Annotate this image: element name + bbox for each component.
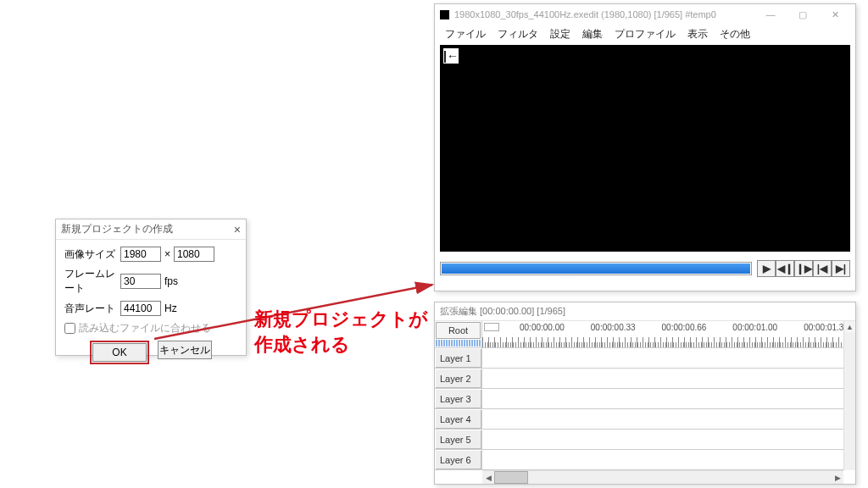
dialog-body: 画像サイズ × フレームレート fps 音声レート Hz 読み込むファイルに合わ… xyxy=(56,240,246,371)
annotation-line1: 新規プロジェクトが xyxy=(254,307,428,332)
layer-track[interactable] xyxy=(482,389,843,408)
menu-filter[interactable]: フィルタ xyxy=(492,25,543,43)
annotation-line2: 作成される xyxy=(254,332,428,358)
time-label: 00:00:01.33 xyxy=(804,323,849,332)
first-button[interactable]: |◀ xyxy=(813,260,832,277)
unit-hz: Hz xyxy=(164,302,177,314)
timeline-window: 拡張編集 [00:00:00.00] [1/965] Root 00:00:00… xyxy=(434,302,856,485)
layer-label[interactable]: Layer 2 xyxy=(435,369,482,388)
scroll-left-icon[interactable]: ◀ xyxy=(482,471,494,484)
root-button[interactable]: Root xyxy=(436,322,481,339)
menu-settings[interactable]: 設定 xyxy=(545,25,576,43)
root-header-fill xyxy=(436,340,481,347)
menu-profile[interactable]: プロファイル xyxy=(609,25,681,43)
layers-area: Layer 1 Layer 2 Layer 3 Layer 4 Layer 5 … xyxy=(435,348,843,470)
app-logo-icon xyxy=(440,10,449,19)
zoom-handle-icon[interactable] xyxy=(484,323,499,331)
new-project-dialog: 新規プロジェクトの作成 × 画像サイズ × フレームレート fps 音声レート … xyxy=(55,219,247,356)
label-image-size: 画像サイズ xyxy=(64,247,120,262)
window-close-icon[interactable]: ✕ xyxy=(820,6,850,23)
menu-other[interactable]: その他 xyxy=(715,25,755,43)
horizontal-scrollbar[interactable]: ◀ ▶ xyxy=(482,470,843,484)
timeline-header: Root 00:00:00.00 00:00:00.33 00:00:00.66… xyxy=(435,321,855,348)
label-match-file: 読み込むファイルに合わせる xyxy=(79,321,211,336)
layer-label[interactable]: Layer 5 xyxy=(435,430,482,449)
close-icon[interactable]: × xyxy=(234,223,241,236)
time-label: 00:00:00.00 xyxy=(520,323,565,332)
prev-button[interactable]: ◀❙ xyxy=(776,260,794,277)
input-height[interactable] xyxy=(174,247,214,262)
seek-slider[interactable] xyxy=(440,262,752,275)
layer-label[interactable]: Layer 6 xyxy=(435,450,482,469)
layer-label[interactable]: Layer 4 xyxy=(435,409,482,429)
menu-file[interactable]: ファイル xyxy=(440,25,491,43)
time-label: 00:00:01.00 xyxy=(732,323,777,332)
ok-highlight: OK xyxy=(90,341,149,364)
vertical-scrollbar[interactable]: ▲ xyxy=(843,321,855,470)
menu-view[interactable]: 表示 xyxy=(682,25,713,43)
ruler-labels: 00:00:00.00 00:00:00.33 00:00:00.66 00:0… xyxy=(520,323,855,332)
menubar: ファイル フィルタ 設定 編集 プロファイル 表示 その他 xyxy=(435,25,855,43)
dialog-titlebar: 新規プロジェクトの作成 × xyxy=(56,219,246,240)
input-framerate[interactable] xyxy=(120,274,161,289)
layer-track[interactable] xyxy=(482,409,843,429)
layer-track[interactable] xyxy=(482,348,843,368)
next-button[interactable]: ❙▶ xyxy=(794,260,813,277)
layer-track[interactable] xyxy=(482,369,843,388)
layer-track[interactable] xyxy=(482,450,843,469)
label-framerate: フレームレート xyxy=(64,267,120,296)
ruler-ticks-minor xyxy=(482,342,855,347)
label-audio-rate: 音声レート xyxy=(64,302,120,316)
minimize-icon[interactable]: — xyxy=(755,6,786,23)
layer-label[interactable]: Layer 1 xyxy=(435,348,482,368)
playhead-start-icon[interactable]: |← xyxy=(443,48,459,64)
maximize-icon[interactable]: ▢ xyxy=(787,6,818,23)
main-window: 1980x1080_30fps_44100Hz.exedit (1980,108… xyxy=(434,3,856,291)
checkbox-match-file[interactable] xyxy=(64,323,75,334)
layer-label[interactable]: Layer 3 xyxy=(435,389,482,408)
annotation-text: 新規プロジェクトが 作成される xyxy=(254,307,428,357)
cancel-button[interactable]: キャンセル xyxy=(158,341,212,359)
x-separator: × xyxy=(164,248,170,260)
titlebar: 1980x1080_30fps_44100Hz.exedit (1980,108… xyxy=(435,4,855,25)
play-button[interactable]: ▶ xyxy=(757,260,776,277)
menu-edit[interactable]: 編集 xyxy=(577,25,608,43)
window-title: 1980x1080_30fps_44100Hz.exedit (1980,108… xyxy=(454,9,755,19)
time-label: 00:00:00.33 xyxy=(591,323,636,332)
timeline-title: 拡張編集 [00:00:00.00] [1/965] xyxy=(435,302,855,321)
scroll-right-icon[interactable]: ▶ xyxy=(832,471,843,484)
scrub-bar: ▶ ◀❙ ❙▶ |◀ ▶| xyxy=(440,260,850,277)
layer-track[interactable] xyxy=(482,430,843,449)
dialog-title: 新規プロジェクトの作成 xyxy=(61,222,173,236)
unit-fps: fps xyxy=(164,275,178,287)
ok-button[interactable]: OK xyxy=(92,343,147,362)
scroll-up-icon[interactable]: ▲ xyxy=(844,321,855,333)
time-ruler[interactable]: 00:00:00.00 00:00:00.33 00:00:00.66 00:0… xyxy=(482,321,855,347)
last-button[interactable]: ▶| xyxy=(832,260,850,277)
input-width[interactable] xyxy=(120,247,161,262)
input-audio-rate[interactable] xyxy=(120,301,161,316)
time-label: 00:00:00.66 xyxy=(662,323,707,332)
video-preview: |← xyxy=(440,45,850,252)
scrollbar-thumb[interactable] xyxy=(494,471,528,484)
